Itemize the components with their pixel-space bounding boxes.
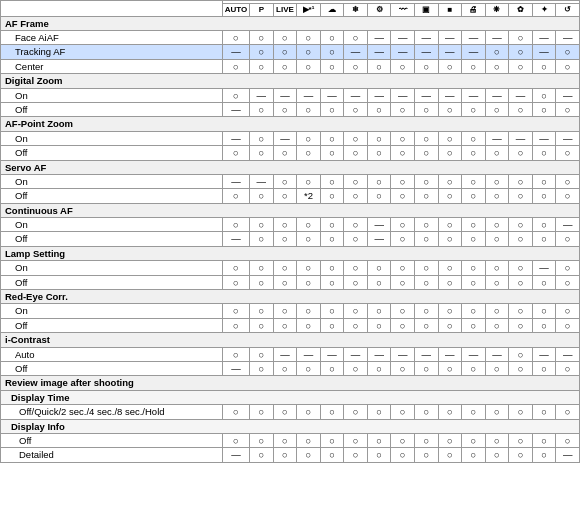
cell-value: ○ (344, 433, 368, 447)
cell-value: ○ (391, 232, 415, 246)
cell-value: ○ (509, 59, 533, 73)
table-row: Off/Quick/2 sec./4 sec./8 sec./Hold○○○○○… (1, 405, 580, 419)
table-row: Off—○○○○○—○○○○○○○○ (1, 232, 580, 246)
cell-value: ○ (391, 275, 415, 289)
cell-value: — (485, 131, 509, 145)
cell-value: ○ (320, 448, 344, 462)
cell-value: ○ (485, 146, 509, 160)
cell-value: ○ (320, 174, 344, 188)
table-row: On○○○○○○○○○○○○○—○ (1, 261, 580, 275)
cell-value: ○ (297, 304, 321, 318)
cell-value: ○ (485, 433, 509, 447)
cell-value: ○ (462, 59, 486, 73)
cell-value: ○ (273, 448, 297, 462)
cell-value: ○ (344, 146, 368, 160)
cell-value: ○ (556, 189, 580, 203)
cell-value: ○ (462, 361, 486, 375)
cell-value: — (438, 45, 462, 59)
table-row: Face AiAF○○○○○○——————○—— (1, 30, 580, 44)
cell-value: ○ (391, 131, 415, 145)
cell-value: ○ (438, 361, 462, 375)
cell-value: ○ (344, 405, 368, 419)
cell-value: ○ (344, 275, 368, 289)
cell-value: ○ (273, 275, 297, 289)
cell-value: ○ (367, 318, 391, 332)
cell-value: ○ (509, 433, 533, 447)
cell-value: — (556, 30, 580, 44)
cell-value: ○ (556, 361, 580, 375)
cell-value: ○ (367, 59, 391, 73)
section-row: Lamp Setting (1, 246, 580, 260)
cell-value: ○ (556, 318, 580, 332)
cell-value: ○ (297, 102, 321, 116)
cell-value: ○ (344, 131, 368, 145)
cell-value: ○ (485, 448, 509, 462)
cell-value: ○ (415, 174, 439, 188)
cell-value: ○ (462, 405, 486, 419)
cell-value: ○ (509, 174, 533, 188)
cell-value: — (344, 88, 368, 102)
sub-section-label: Display Info (1, 419, 580, 433)
cell-value: ○ (556, 405, 580, 419)
cell-value: ○ (438, 275, 462, 289)
mode-icon-0: AUTO (222, 4, 249, 17)
cell-value: — (367, 30, 391, 44)
cell-value: ○ (222, 30, 249, 44)
cell-value: ○ (509, 261, 533, 275)
cell-value: — (222, 174, 249, 188)
cell-value: — (415, 347, 439, 361)
cell-value: ○ (462, 232, 486, 246)
cell-value: ○ (297, 131, 321, 145)
table-row: On○○○○○○○○○○○○○○○ (1, 304, 580, 318)
cell-value: ○ (250, 232, 274, 246)
cell-value: ○ (438, 218, 462, 232)
section-row: AF-Point Zoom (1, 117, 580, 131)
cell-value: ○ (438, 131, 462, 145)
cell-value: ○ (532, 218, 556, 232)
cell-value: ○ (462, 275, 486, 289)
cell-value: — (367, 45, 391, 59)
cell-value: ○ (391, 318, 415, 332)
cell-value: ○ (222, 261, 249, 275)
cell-value: ○ (556, 102, 580, 116)
cell-value: ○ (320, 275, 344, 289)
cell-value: ○ (391, 174, 415, 188)
section-row: i-Contrast (1, 333, 580, 347)
cell-value: ○ (532, 189, 556, 203)
table-row: Off○○○○○○○○○○○○○○○ (1, 433, 580, 447)
cell-value: — (222, 45, 249, 59)
cell-value: ○ (415, 102, 439, 116)
cell-value: ○ (415, 189, 439, 203)
cell-value: ○ (438, 261, 462, 275)
cell-value: ○ (485, 405, 509, 419)
cell-value: — (344, 45, 368, 59)
cell-value: — (462, 45, 486, 59)
cell-value: ○ (438, 405, 462, 419)
cell-value: ○ (509, 232, 533, 246)
cell-value: — (532, 261, 556, 275)
cell-value: ○ (509, 218, 533, 232)
cell-value: — (320, 88, 344, 102)
cell-value: ○ (485, 102, 509, 116)
cell-value: ○ (297, 361, 321, 375)
mode-icon-6: ⚙ (367, 4, 391, 17)
section-row: AF Frame (1, 16, 580, 30)
cell-value: ○ (391, 102, 415, 116)
cell-value: ○ (485, 45, 509, 59)
cell-value: ○ (273, 30, 297, 44)
row-label: Detailed (1, 448, 223, 462)
cell-value: ○ (556, 304, 580, 318)
cell-value: ○ (222, 59, 249, 73)
cell-value: ○ (344, 218, 368, 232)
mode-icon-7: 〰 (391, 4, 415, 17)
cell-value: ○ (462, 131, 486, 145)
mode-icon-13: ✦ (532, 4, 556, 17)
cell-value: ○ (250, 433, 274, 447)
cell-value: ○ (367, 189, 391, 203)
cell-value: — (273, 131, 297, 145)
cell-value: ○ (297, 174, 321, 188)
section-row: Digital Zoom (1, 74, 580, 88)
cell-value: ○ (320, 361, 344, 375)
cell-value: — (438, 88, 462, 102)
cell-value: ○ (462, 448, 486, 462)
